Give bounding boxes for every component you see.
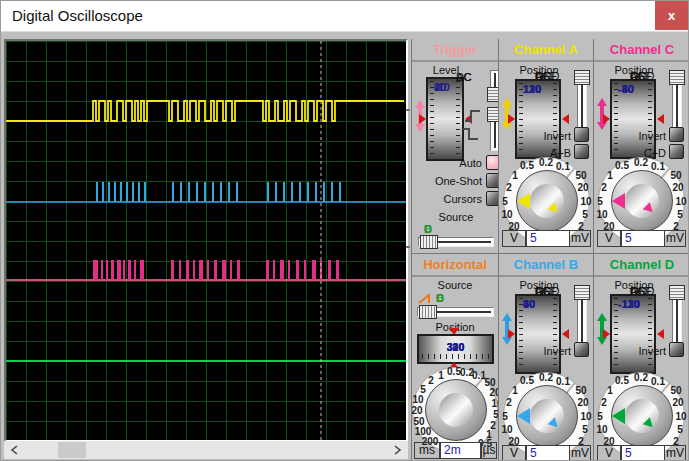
channel-a-position-value: 130 <box>523 83 541 95</box>
waveforms <box>6 41 406 440</box>
channel-a-position-marker-right-icon <box>562 114 569 124</box>
channel-b-trace-pulse <box>188 182 190 202</box>
channel-a-scale-tick-label: 2 <box>506 182 512 193</box>
channel-b-scale-tick-label: 0.2 <box>539 372 553 383</box>
channel-b-trace-pulse <box>132 182 134 202</box>
channel-b-scale-tick-label: 10 <box>580 411 591 422</box>
channel-b-scale-knob-cap[interactable] <box>530 399 564 433</box>
time-scale-tick-label: 2 <box>428 375 434 386</box>
channel-b-trace-pulse <box>102 182 104 202</box>
channel-a-invert-button[interactable] <box>574 127 589 142</box>
channel-b-trace-pulse <box>323 182 325 202</box>
oscilloscope-window: Digital Oscilloscope x Trigger Level -10… <box>0 0 689 461</box>
channel-b-trace-pulse <box>204 182 206 202</box>
channel-d-invert-button[interactable] <box>669 342 684 357</box>
channel-d-title: Channel D <box>594 254 689 277</box>
channel-b-volts-unit-label: V <box>502 445 526 461</box>
channel-c-scale-tick-label: 50 <box>670 170 681 181</box>
channel-c-position-marker-right-icon <box>657 114 664 124</box>
channel-b-scale-tick-label: 10 <box>501 424 512 435</box>
channel-b-invert-button[interactable] <box>574 342 589 357</box>
channel-b-scale-value-box[interactable]: 5 <box>526 445 570 461</box>
rising-edge-icon[interactable] <box>464 109 481 123</box>
channel-d-coupling-switch-knob[interactable] <box>669 285 685 300</box>
trigger-source-slider-knob[interactable] <box>420 235 438 249</box>
channel-d-scale-tick-label: 0.5 <box>615 375 629 386</box>
channel-d-position-value: -110 <box>618 298 639 310</box>
channel-b-scale-tick-label: 20 <box>577 397 588 408</box>
channel-a-scale-value-box[interactable]: 5 <box>526 230 570 247</box>
channel-c-scale-pointer-icon <box>612 193 625 209</box>
channel-d-scale-value-box[interactable]: 5 <box>621 445 665 461</box>
channel-b-scale-tick-label: 50 <box>575 385 586 396</box>
channel-a-invert-label: Invert <box>519 130 571 142</box>
channel-c-trace-pulse <box>312 260 316 280</box>
channel-d-position-dial[interactable]: -130-120-110 <box>610 294 656 374</box>
channel-d-scale-tick-label: 50 <box>670 385 681 396</box>
channel-c-trace-pulse <box>128 260 131 280</box>
channel-a-coupling-switch-knob[interactable] <box>574 70 590 85</box>
channel-b-position-dial[interactable]: 304050 <box>515 294 561 374</box>
horizontal-scrollbar[interactable] <box>4 441 408 459</box>
channel-c-trace-pulse <box>134 260 136 280</box>
channel-c-scale-tick-label: 1 <box>607 170 613 181</box>
channel-a-coupling-label: OFF <box>535 69 557 83</box>
channel-b-trace-pulse <box>291 182 293 202</box>
dial-ticks <box>648 298 652 370</box>
titlebar[interactable]: Digital Oscilloscope x <box>1 1 688 32</box>
channel-b-trace-pulse <box>196 182 198 202</box>
time-knob-cap[interactable] <box>439 393 473 427</box>
channel-c-scale-knob-cap[interactable] <box>625 184 659 218</box>
channel-b-trace-pulse <box>283 182 285 202</box>
trigger-coupling-label: DC <box>456 70 472 85</box>
channel-d-scale-tick-label: 0.1 <box>651 376 665 387</box>
channel-a-position-values: 110120130 <box>523 83 553 155</box>
timebase-value-box[interactable]: 2m <box>440 442 481 459</box>
dial-ticks <box>422 354 489 359</box>
scroll-right-arrow-icon[interactable] <box>390 443 404 457</box>
trigger-level-dial[interactable]: -10010 <box>426 77 464 161</box>
channel-b-position-values: 304050 <box>523 298 553 370</box>
channel-c-trace-pulse <box>101 260 103 280</box>
channel-d-scale-knob-cap[interactable] <box>625 399 659 433</box>
channel-d-panel: Channel D Position -130-120-110 ACDCGNDO… <box>593 254 689 460</box>
channel-d-scale-tick-label: 1 <box>607 385 613 396</box>
channel-c-coupling-label: OFF <box>630 69 652 83</box>
scrollbar-thumb[interactable] <box>58 442 86 458</box>
channel-c-trace-pulse <box>222 260 226 280</box>
channel-c-invert-label: Invert <box>614 130 666 142</box>
channel-b-trace-pulse <box>180 182 182 202</box>
trigger-title: Trigger <box>412 39 498 62</box>
channel-c-coupling-switch-knob[interactable] <box>669 70 685 85</box>
scroll-left-arrow-icon[interactable] <box>8 443 22 457</box>
channel-a-volts-unit-label: V <box>502 230 526 247</box>
channel-c-trace-pulse <box>336 260 339 280</box>
horizontal-position-dial[interactable]: 330320310300 <box>417 334 494 364</box>
channel-b-millivolts-unit-label: mV <box>569 445 591 461</box>
channel-c-scale-value-box[interactable]: 5 <box>621 230 665 247</box>
time-knob-area: 10.50.20.1250520101020550210012000.5 <box>412 366 499 444</box>
horizontal-source-slider-knob[interactable] <box>419 305 437 319</box>
channel-d-volts-unit-label: V <box>597 445 621 461</box>
time-scale-tick-label: 0.5 <box>447 366 461 377</box>
channel-d-scale-tick-label: 2 <box>601 397 607 408</box>
channel-a-position-marker-left-icon <box>508 114 515 124</box>
channel-c-trace-pulse <box>111 260 114 280</box>
channel-b-trace-pulse <box>299 182 301 202</box>
channel-c-trace-pulse <box>207 260 209 280</box>
channel-b-coupling-switch-knob[interactable] <box>574 285 590 300</box>
cursors-label: Cursors <box>416 193 482 205</box>
close-button[interactable]: x <box>655 1 688 30</box>
channel-a-scale-knob-cap[interactable] <box>530 184 564 218</box>
channel-c-scale-tick-label: 0.5 <box>615 160 629 171</box>
channel-b-trace-pulse <box>339 182 341 202</box>
channel-b-trace-pulse <box>331 182 333 202</box>
horizontal-source-label: Source <box>425 279 485 291</box>
time-knob[interactable] <box>425 379 487 441</box>
microseconds-unit-label: µs <box>481 442 497 459</box>
channel-c-invert-button[interactable] <box>669 127 684 142</box>
channel-d-position-values: -130-120-110 <box>618 298 648 370</box>
channel-b-position-marker-left-icon <box>508 329 515 339</box>
falling-edge-icon[interactable] <box>462 127 479 141</box>
dial-ticks <box>553 83 557 155</box>
